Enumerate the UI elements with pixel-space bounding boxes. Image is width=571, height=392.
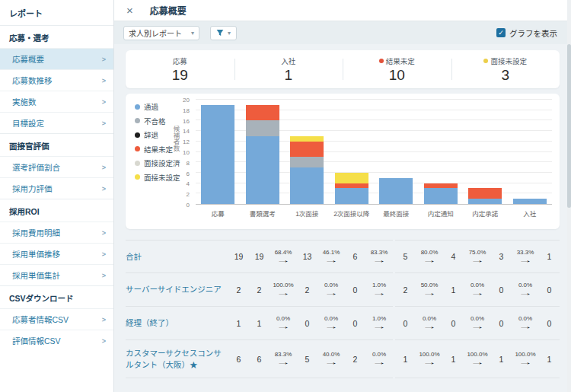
status-dot-icon: [379, 59, 384, 63]
right-arrow-icon: →: [372, 323, 387, 330]
rate-value: 100.0%: [515, 352, 535, 358]
x-tick-label: 内定承諾: [463, 209, 508, 216]
count-cell: 0: [345, 285, 365, 295]
bar-stack: [285, 100, 330, 204]
sidebar-item[interactable]: 実施数>: [0, 91, 113, 112]
job-link[interactable]: カスタマーサクセスコンサルタント（大阪）★: [126, 348, 228, 369]
rate-cell: 0.0%→: [317, 316, 345, 330]
table-row-right: 580.0%→475.0%→333.3%→1: [395, 240, 560, 273]
count-cell: 0: [395, 319, 416, 328]
right-arrow-icon: →: [518, 359, 533, 366]
sidebar-item[interactable]: 応募概要>: [0, 48, 113, 69]
rate-value: 0.0%: [276, 316, 290, 322]
rate-cell: 100.0%→: [416, 352, 443, 366]
table-row-left: 合計191968.4%→1346.1%→683.3%→: [126, 240, 393, 273]
right-arrow-icon: →: [471, 289, 485, 297]
sidebar-item-label: 応募数推移: [12, 75, 53, 86]
rate-value: 0.0%: [372, 352, 386, 358]
sidebar-item[interactable]: 採用力評価>: [0, 177, 113, 199]
sidebar-item[interactable]: 応募者情報CSV>: [0, 308, 113, 330]
toolbar: 求人別レポート ▾ ▾ ✓ グラフを表示: [114, 21, 571, 44]
sidebar-item-label: 選考評価割合: [12, 161, 60, 173]
y-tick-label: 20: [183, 97, 190, 104]
right-arrow-icon: →: [324, 257, 339, 264]
close-icon[interactable]: ×: [126, 5, 133, 16]
job-link[interactable]: サーバーサイドエンジニア: [126, 284, 228, 295]
sidebar-section-header: 応募・選考: [0, 25, 113, 48]
right-arrow-icon: →: [324, 289, 339, 297]
bar-segment: [290, 157, 324, 167]
count-cell: 1: [539, 355, 560, 364]
rate-value: 0.0%: [324, 282, 338, 288]
checkbox-checked-icon[interactable]: ✓: [496, 28, 506, 37]
right-arrow-icon: →: [324, 359, 339, 366]
rate-cell: 0.0%→: [464, 282, 491, 297]
y-tick-label: 2: [187, 191, 190, 198]
right-arrow-icon: →: [518, 323, 533, 330]
rate-cell: 100.0%→: [512, 352, 539, 366]
chevron-right-icon: >: [102, 229, 106, 237]
sidebar-item[interactable]: 採用単価推移>: [0, 243, 113, 264]
x-tick-label: 1次面接: [285, 209, 330, 216]
bar-segment: [335, 188, 368, 204]
page-header: × 応募概要: [114, 0, 571, 21]
sidebar-item[interactable]: 採用費用明細>: [0, 221, 113, 243]
right-arrow-icon: →: [423, 289, 437, 297]
sidebar-item[interactable]: 目標設定>: [0, 112, 113, 133]
sidebar: レポート 応募・選考応募概要>応募数推移>実施数>目標設定>面接官評価選考評価割…: [0, 0, 114, 392]
bar-segment: [290, 142, 324, 158]
chevron-down-icon: ▾: [191, 30, 194, 37]
count-cell: 19: [249, 252, 270, 261]
filter-funnel-icon: [216, 29, 224, 37]
right-arrow-icon: →: [276, 359, 291, 366]
sidebar-item[interactable]: 応募数推移>: [0, 69, 113, 91]
count-cell: 1: [249, 319, 270, 328]
bar-segment: [379, 178, 413, 204]
bar-segment: [468, 199, 502, 204]
sidebar-item-label: 実施数: [12, 96, 37, 107]
job-link[interactable]: 経理（終了）: [126, 317, 228, 328]
bar-stack: [463, 100, 508, 204]
count-cell: 0: [345, 319, 365, 328]
sidebar-item[interactable]: 評価情報CSV>: [0, 330, 113, 351]
rate-value: 83.3%: [371, 250, 388, 256]
sidebar-item[interactable]: 選考評価割合>: [0, 156, 113, 177]
sidebar-item-label: 採用単価集計: [12, 269, 60, 281]
report-type-select[interactable]: 求人別レポート ▾: [123, 26, 199, 40]
job-link[interactable]: 合計: [126, 251, 228, 262]
table-row: カスタマーサクセスコンサルタント（大阪）★6683.3%→540.0%→20.0…: [126, 340, 560, 378]
chevron-right-icon: >: [102, 250, 106, 258]
count-cell: 19: [228, 252, 249, 261]
count-cell: 3: [491, 252, 512, 261]
bar-stack: [330, 100, 375, 204]
rate-cell: 100.0%→: [464, 352, 491, 366]
scrollbar-thumb[interactable]: [567, 44, 571, 208]
right-arrow-icon: →: [518, 257, 533, 264]
sidebar-item-label: 応募者情報CSV: [12, 314, 69, 325]
filter-button[interactable]: ▾: [210, 26, 237, 40]
x-tick-label: 書類選考: [241, 209, 286, 216]
stat-label: 入社: [281, 56, 295, 66]
sidebar-section-header: 採用ROI: [0, 199, 113, 221]
sidebar-item-label: 採用単価推移: [12, 248, 60, 260]
stat-cell: 面接未設定3: [451, 50, 560, 88]
count-cell: 0: [539, 319, 560, 328]
count-cell: 4: [443, 252, 464, 261]
rate-value: 0.0%: [518, 282, 532, 288]
rate-value: 0.0%: [471, 316, 484, 322]
sidebar-item[interactable]: 採用単価集計>: [0, 264, 113, 285]
count-cell: 0: [297, 319, 317, 328]
graph-toggle[interactable]: ✓ グラフを表示: [496, 27, 557, 39]
chevron-right-icon: >: [102, 316, 106, 323]
right-arrow-icon: →: [423, 257, 437, 264]
scrollbar[interactable]: [567, 0, 571, 392]
bar-chart-plot: [196, 100, 552, 205]
count-cell: 6: [345, 252, 365, 261]
rate-cell: 0.0%→: [464, 316, 491, 330]
right-arrow-icon: →: [372, 289, 387, 297]
sidebar-item-label: 評価情報CSV: [12, 335, 61, 346]
y-tick-label: 16: [183, 117, 190, 124]
count-cell: 2: [345, 355, 365, 364]
rate-value: 100.0%: [419, 352, 439, 358]
rate-value: 0.0%: [518, 316, 532, 322]
